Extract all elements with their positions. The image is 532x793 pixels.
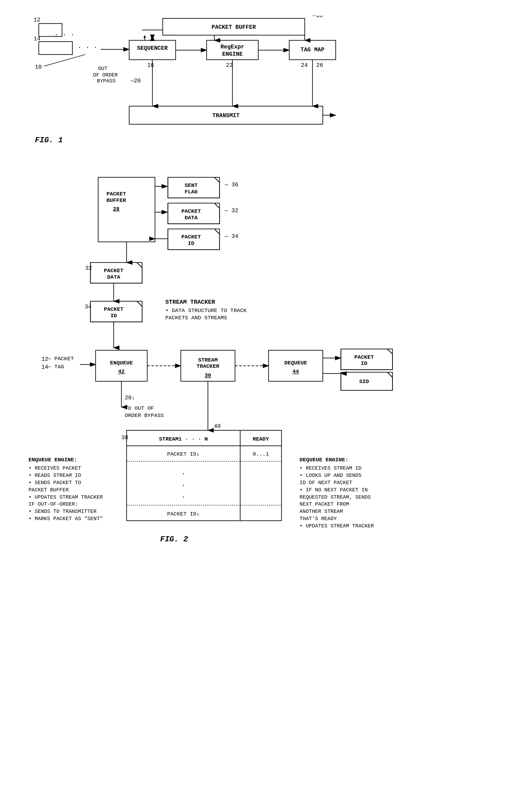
num20-low: 20↓ — [125, 395, 135, 401]
num26: 26 — [317, 62, 323, 69]
st-bullet1: • DATA STRUCTURE TO TRACK — [165, 308, 247, 314]
dq-b7: ANOTHER STREAM — [300, 508, 343, 514]
dot-row3: · — [182, 493, 186, 501]
num32-mid: 32 — [85, 265, 92, 271]
num22: 22 — [226, 62, 233, 69]
svg-rect-1 — [39, 42, 73, 55]
eq-engine-title: ENQUEUE ENGINE: — [28, 457, 77, 463]
svg-line-35 — [214, 203, 220, 208]
enqueue-label1: ENQUEUE — [110, 360, 133, 366]
svg-line-20 — [44, 54, 85, 66]
pb28-label2: BUFFER — [107, 197, 126, 204]
fig2-title: FIG. 2 — [160, 535, 188, 544]
st-bullet2: PACKETS AND STREAMS — [165, 315, 227, 321]
tooutoforder1: TO OUT OF — [125, 405, 154, 411]
ready-label: READY — [253, 436, 269, 442]
svg-line-32 — [214, 177, 220, 183]
pid-label1: PACKET — [182, 234, 201, 240]
eq-b5: • UPDATES STREAM TRACKER — [28, 494, 103, 500]
eq-b6: IF OUT-OF-ORDER: — [28, 501, 78, 507]
num14-low: 14 — [41, 364, 48, 371]
svg-rect-30 — [98, 177, 155, 242]
sentflag-label1: SENT — [185, 183, 197, 188]
sentflag-label2: FLAG — [185, 189, 197, 195]
dq-b6: NEXT PACKET FROM — [300, 501, 349, 507]
fig2-diagram: PACKET BUFFER 28 SENT FLAG — 36 PACKET D… — [21, 171, 511, 767]
dq-b8: THAT'S READY — [300, 516, 337, 522]
dq-b5: REQUESTED STREAM, SENDS — [300, 494, 371, 500]
st30-label3: 30 — [205, 372, 211, 378]
pid34-label1: PACKET — [104, 306, 124, 312]
num38: 38 — [121, 435, 128, 441]
num32-right: — 32 — [224, 208, 239, 214]
tagmap-label: TAG MAP — [301, 46, 324, 53]
dots-bot: · · · — [77, 43, 98, 51]
svg-line-55 — [387, 349, 393, 354]
dq-b3: ID OF NEXT PACKET — [300, 480, 352, 486]
pdata-label1: PACKET — [182, 208, 201, 214]
outoforder-label3: BYPASS — [97, 78, 116, 84]
dots-top: · · · — [54, 31, 75, 39]
dq-b9: • UPDATES STREAM TRACKER — [300, 523, 374, 529]
num36: — 36 — [224, 182, 239, 188]
sid-label: SID — [359, 379, 369, 384]
pdata32-label2: DATA — [107, 274, 120, 280]
dot-row1: · — [182, 470, 186, 478]
transmit-label: TRANSMIT — [212, 112, 240, 119]
pid-right-label1: PACKET — [354, 354, 374, 360]
eq-b8: • MARKS PACKET AS "SENT" — [28, 516, 103, 522]
pdata32-label1: PACKET — [104, 268, 124, 273]
num12-low: 12 — [41, 356, 48, 362]
eq-b4: PACKET BUFFER — [28, 487, 69, 493]
pid34-label2: ID — [110, 313, 117, 319]
svg-rect-61 — [127, 431, 281, 521]
packetbuffer-label: PACKET BUFFER — [212, 24, 256, 31]
svg-line-38 — [214, 229, 220, 234]
enqueue-label2: 42 — [118, 369, 125, 375]
dq-engine-title: DEQUEUE ENGINE: — [300, 457, 348, 463]
num24: 24 — [301, 62, 308, 69]
svg-marker-12 — [143, 35, 146, 38]
pb28-label3: 28 — [113, 206, 119, 212]
dq-b1: • RECEIVES STREAM ID — [300, 465, 361, 471]
label-12: 12 — [34, 17, 40, 23]
sequencer-label: SEQUENCER — [137, 45, 168, 52]
dequeue-label1: DEQUEUE — [284, 360, 307, 366]
fig1-svg: 12 14 · · · · · · SEQUENCER RegExpr ENGI… — [21, 16, 511, 150]
eq-b3: • SENDS PACKET TO — [28, 480, 81, 486]
dq-b4: • IF NO NEXT PACKET IN — [300, 487, 368, 493]
svg-line-58 — [387, 372, 393, 377]
pid-label2: ID — [188, 241, 194, 246]
zeroone-label: 0...1 — [253, 451, 269, 457]
dequeue-label2: 44 — [292, 369, 299, 375]
outoforder-label2: OF ORDER — [93, 72, 118, 78]
pdata-label2: DATA — [185, 215, 198, 221]
pidn-label: PACKET IDₙ — [167, 511, 200, 517]
fig1-title: FIG. 1 — [35, 136, 63, 145]
pktag14-label: — TAG — [48, 364, 64, 370]
num40: 40 — [214, 423, 221, 430]
pid-right-label2: ID — [361, 360, 367, 366]
st30-label2: TRACKER — [196, 363, 219, 369]
regexpr-label: RegExpr — [221, 44, 244, 50]
label-14: 14 — [34, 36, 40, 42]
stream1n-label: STREAM1 · · · N — [159, 436, 208, 442]
num10: 10 — [35, 64, 42, 71]
page: 12 14 · · · · · · SEQUENCER RegExpr ENGI… — [0, 0, 532, 793]
dq-b2: • LOOKS UP AND SENDS — [300, 472, 361, 478]
fig2-svg: PACKET BUFFER 28 SENT FLAG — 36 PACKET D… — [21, 171, 511, 767]
eq-b1: • RECEIVES PACKET — [28, 465, 81, 471]
svg-line-42 — [137, 263, 142, 268]
pb28-label1: PACKET — [107, 191, 126, 197]
num34-right: — 34 — [224, 233, 239, 240]
outoforder-label: OUT — [98, 65, 108, 72]
num16: 16 — [147, 62, 154, 69]
engine-label: ENGINE — [222, 51, 243, 58]
eq-b7: • SENDS TO TRANSMITTER — [28, 508, 97, 514]
dot-row2: · — [182, 482, 186, 489]
st30-label1: STREAM — [198, 357, 218, 363]
pid1-label: PACKET ID₁ — [167, 451, 200, 457]
svg-line-45 — [137, 301, 142, 306]
fig1-diagram: 12 14 · · · · · · SEQUENCER RegExpr ENGI… — [21, 16, 511, 150]
tooutoforder2: ORDER BYPASS — [125, 413, 164, 418]
